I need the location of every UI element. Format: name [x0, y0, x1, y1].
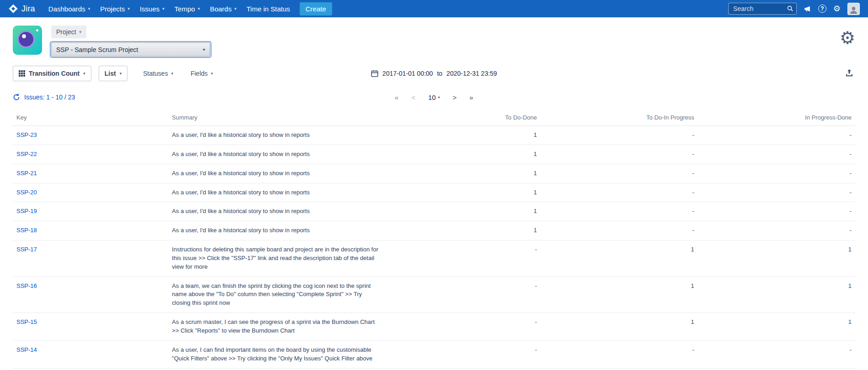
announcement-icon[interactable]	[804, 5, 811, 13]
issue-key-cell: SSP-23	[13, 126, 168, 145]
pagination-next[interactable]: >	[453, 94, 457, 101]
column-header-key: Key	[13, 109, 168, 126]
issue-key-cell: SSP-14	[13, 340, 168, 368]
issue-key-link[interactable]: SSP-14	[16, 346, 37, 353]
issue-key-link[interactable]: SSP-15	[16, 318, 37, 325]
column-header-in-progress-done: In Progress-Done	[698, 109, 855, 126]
nav-item-boards[interactable]: Boards▾	[205, 0, 241, 17]
nav-item-label: Projects	[100, 5, 125, 13]
statuses-label: Statuses	[143, 70, 168, 77]
chevron-down-icon: ▾	[234, 6, 237, 11]
issue-key-link[interactable]: SSP-18	[16, 227, 37, 234]
statuses-dropdown[interactable]: Statuses ▾	[141, 66, 175, 81]
user-avatar[interactable]	[847, 3, 860, 15]
project-controls: Project ▾ SSP - Sample Scrum Project ▾	[51, 26, 210, 57]
pagination-top: « < 10 ▾ > »	[395, 94, 473, 101]
issues-table: KeySummaryTo Do-DoneTo Do-In ProgressIn …	[13, 109, 855, 369]
issue-summary-cell: As a scrum master, I can see the progres…	[168, 313, 383, 341]
issue-key-link[interactable]: SSP-22	[16, 151, 37, 157]
issue-key-cell: SSP-16	[13, 276, 168, 313]
issue-summary-cell: As a team, we can finish the sprint by c…	[168, 276, 383, 313]
issue-key-link[interactable]: SSP-21	[16, 170, 37, 177]
settings-icon[interactable]: ⚙	[833, 5, 841, 13]
view-mode-button[interactable]: List ▾	[99, 66, 127, 81]
metric-cell-to-do-done: -	[383, 240, 540, 277]
results-bar-bottom: Issues: 1 - 10 / 23 « < 10 ▾ > » Report …	[0, 369, 868, 370]
page-header: Project ▾ SSP - Sample Scrum Project ▾ ⚙	[0, 17, 868, 60]
project-select-value: SSP - Sample Scrum Project	[56, 46, 138, 53]
export-button[interactable]	[843, 67, 855, 80]
issue-key-cell: SSP-19	[13, 202, 168, 221]
brand-text: Jira	[21, 4, 35, 14]
refresh-button[interactable]	[13, 94, 20, 101]
metric-cell-in-progress-done: -	[698, 164, 855, 183]
nav-item-label: Boards	[210, 5, 232, 13]
table-row: SSP-18As a user, I'd like a historical s…	[13, 221, 855, 240]
metric-cell-to-do-done: -	[383, 276, 540, 313]
report-type-button[interactable]: Transition Count ▾	[13, 66, 91, 81]
chevron-down-icon: ▾	[171, 71, 174, 76]
pagination-last[interactable]: »	[470, 94, 473, 101]
date-to: 2020-12-31 23:59	[446, 70, 497, 77]
search-icon[interactable]	[787, 5, 794, 14]
issue-summary-cell: As a user, I'd like a historical story t…	[168, 183, 383, 202]
issue-summary-cell: As a user, I'd like a historical story t…	[168, 145, 383, 164]
metric-cell-in-progress-done: -	[698, 126, 855, 145]
nav-item-time-in-status[interactable]: Time in Status	[241, 0, 295, 17]
calendar-icon	[371, 70, 378, 77]
chevron-down-icon: ▾	[79, 30, 82, 34]
issue-key-link[interactable]: SSP-16	[16, 282, 37, 289]
metric-cell-in-progress-done: -	[698, 202, 855, 221]
date-range[interactable]: 2017-01-01 00:00 to 2020-12-31 23:59	[371, 70, 497, 77]
report-settings-gear-icon[interactable]: ⚙	[840, 29, 855, 47]
nav-item-projects[interactable]: Projects▾	[95, 0, 135, 17]
create-button[interactable]: Create	[300, 2, 332, 16]
chevron-down-icon: ▾	[438, 95, 440, 99]
nav-item-tempo[interactable]: Tempo▾	[169, 0, 205, 17]
issue-summary-cell: As a user, I can find important items on…	[168, 340, 383, 368]
nav-item-issues[interactable]: Issues▾	[135, 0, 169, 17]
report-toolbar: Transition Count ▾ List ▾ Statuses ▾ Fie…	[0, 60, 868, 87]
report-type-label: Transition Count	[29, 70, 79, 77]
issue-key-link[interactable]: SSP-20	[16, 189, 37, 196]
issue-key-link[interactable]: SSP-17	[16, 246, 37, 253]
pagination-prev[interactable]: <	[411, 94, 415, 101]
chevron-down-icon: ▾	[211, 71, 213, 76]
metric-cell-to-do-in-progress: 1	[540, 240, 698, 277]
nav-item-label: Tempo	[175, 5, 195, 13]
metric-cell-to-do-done: 1	[383, 126, 540, 145]
table-header-row: KeySummaryTo Do-DoneTo Do-In ProgressIn …	[13, 109, 855, 126]
metric-cell-in-progress-done: -	[698, 183, 855, 202]
metric-cell-to-do-done: -	[383, 340, 540, 368]
fields-dropdown[interactable]: Fields ▾	[189, 66, 215, 81]
pagination-first[interactable]: «	[395, 94, 398, 101]
issue-summary-cell: As a user, I'd like a historical story t…	[168, 164, 383, 183]
help-icon[interactable]: ?	[818, 5, 826, 13]
project-select[interactable]: SSP - Sample Scrum Project ▾	[51, 42, 210, 57]
issue-key-link[interactable]: SSP-23	[16, 131, 37, 138]
metric-cell-to-do-done: 1	[383, 145, 540, 164]
jira-logo[interactable]: Jira	[8, 4, 35, 14]
fields-label: Fields	[191, 70, 207, 77]
nav-item-dashboards[interactable]: Dashboards▾	[43, 0, 95, 17]
page-size-value: 10	[428, 94, 436, 101]
issue-key-cell: SSP-15	[13, 313, 168, 341]
date-from: 2017-01-01 00:00	[382, 70, 433, 77]
table-row: SSP-14As a user, I can find important it…	[13, 340, 855, 368]
issue-key-link[interactable]: SSP-19	[16, 208, 37, 214]
project-type-label: Project	[56, 28, 76, 36]
table-row: SSP-19As a user, I'd like a historical s…	[13, 202, 855, 221]
project-type-button[interactable]: Project ▾	[51, 26, 86, 38]
metric-cell-in-progress-done: -	[698, 145, 855, 164]
table-row: SSP-16As a team, we can finish the sprin…	[13, 276, 855, 313]
alien-highlight	[22, 34, 26, 38]
metric-cell-to-do-done: 1	[383, 202, 540, 221]
table-row: SSP-17Instructions for deleting this sam…	[13, 240, 855, 277]
project-avatar-image	[13, 26, 42, 55]
results-bar-top: Issues: 1 - 10 / 23 « < 10 ▾ > »	[0, 87, 868, 108]
column-header-to-do-done: To Do-Done	[383, 109, 540, 126]
column-header-summary: Summary	[168, 109, 383, 126]
view-mode-label: List	[105, 70, 116, 77]
metric-cell-to-do-done: 1	[383, 183, 540, 202]
page-size-select[interactable]: 10 ▾	[428, 94, 440, 101]
